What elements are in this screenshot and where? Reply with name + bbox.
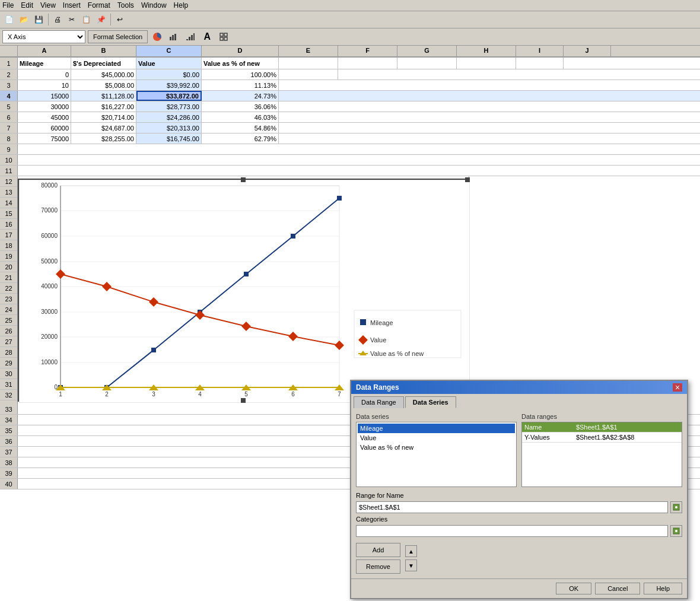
cell-a1[interactable]: Mileage [18,58,71,69]
cell-a7[interactable]: 60000 [18,123,71,133]
chart-icon-bar[interactable] [167,30,181,44]
col-header-g[interactable]: G [397,46,457,56]
cell-b2[interactable]: $45,000.00 [71,69,136,80]
cell-c4[interactable]: $33,872.00 [136,91,202,101]
col-header-b[interactable]: B [71,46,136,56]
cell-c2[interactable]: $0.00 [136,69,202,80]
cell-c7[interactable]: $20,313.00 [136,123,202,133]
menu-edit[interactable]: Edit [21,1,33,9]
open-btn[interactable]: 📂 [17,13,31,26]
cell-b4[interactable]: $11,128.00 [71,91,136,101]
cell-c3[interactable]: $39,992.00 [136,80,202,90]
col-header-i[interactable]: I [516,46,564,56]
cell-d3[interactable]: 11.13% [202,80,279,90]
cell-d2[interactable]: 100.00% [202,69,279,80]
chart-icon-grid[interactable] [217,30,231,44]
arrow-up-btn[interactable]: ▲ [405,545,417,557]
resize-handle-bottom[interactable] [241,398,246,403]
cell-b6[interactable]: $20,714.00 [71,112,136,122]
col-header-d[interactable]: D [202,46,279,56]
cell-f1[interactable] [338,58,397,69]
format-selection-btn[interactable]: Format Selection [88,30,148,43]
cell-d4[interactable]: 24.73% [202,91,279,101]
cell-d8[interactable]: 62.79% [202,133,279,144]
cell-c6[interactable]: $24,286.00 [136,112,202,122]
range-row-name-selected[interactable]: Name $Sheet1.$A$1 [522,422,682,433]
undo-btn[interactable]: ↩ [113,13,126,26]
cell-b1[interactable]: $'s Depreciated [71,58,136,69]
cell-a4[interactable]: 15000 [18,91,71,101]
cell-b8[interactable]: $28,255.00 [71,133,136,144]
new-btn[interactable]: 📄 [2,13,16,26]
range-name-picker-btn[interactable] [670,501,682,513]
chart-icon-text[interactable]: A [200,30,214,44]
cell-a8[interactable]: 75000 [18,133,71,144]
cut-btn[interactable]: ✂ [65,13,78,26]
resize-handle-top[interactable] [241,177,246,182]
menu-tools[interactable]: Tools [117,1,134,9]
cell-d6[interactable]: 46.03% [202,112,279,122]
help-btn[interactable]: Help [644,583,682,594]
col-header-a[interactable]: A [18,46,71,56]
menu-window[interactable]: Window [141,1,167,9]
menu-view[interactable]: View [40,1,56,9]
col-header-j[interactable]: J [564,46,611,56]
categories-picker-btn[interactable] [670,525,682,537]
menu-insert[interactable]: Insert [63,1,81,9]
print-btn[interactable]: 🖨 [51,13,64,26]
col-header-h[interactable]: H [457,46,516,56]
cell-row9[interactable] [18,144,700,154]
cell-g1[interactable] [397,58,457,69]
cell-d7[interactable]: 54.86% [202,123,279,133]
ok-btn[interactable]: OK [556,583,591,594]
menu-format[interactable]: Format [88,1,110,9]
col-header-e[interactable]: E [279,46,338,56]
categories-input[interactable] [356,525,668,537]
series-item-mileage[interactable]: Mileage [358,424,515,433]
series-item-value[interactable]: Value [358,433,515,443]
series-list[interactable]: Mileage Value Value as % of new [356,422,517,487]
cell-j1[interactable] [564,58,611,69]
cell-d5[interactable]: 36.06% [202,101,279,112]
data-ranges-dialog[interactable]: Data Ranges × Data Range Data Series Dat… [350,380,688,599]
dialog-close-btn[interactable]: × [673,383,682,392]
copy-btn[interactable]: 📋 [79,13,93,26]
col-header-c[interactable]: C [136,46,202,56]
cell-i1[interactable] [516,58,564,69]
menu-file[interactable]: File [2,1,14,9]
cell-a2[interactable]: 0 [18,69,71,80]
remove-btn[interactable]: Remove [356,559,400,574]
cell-a6[interactable]: 45000 [18,112,71,122]
cell-c8[interactable]: $16,745.00 [136,133,202,144]
cancel-btn[interactable]: Cancel [595,583,640,594]
chart-icon-pie[interactable] [150,30,164,44]
add-btn[interactable]: Add [356,543,400,557]
cell-b7[interactable]: $24,687.00 [71,123,136,133]
cell-e1[interactable] [279,58,338,69]
tab-data-range[interactable]: Data Range [354,396,404,408]
chart-icon-line[interactable] [183,30,198,44]
resize-handle-tr[interactable] [465,177,470,182]
cell-row10[interactable] [18,155,700,165]
cell-e2[interactable] [279,69,338,80]
cell-b5[interactable]: $16,227.00 [71,101,136,112]
chart-embed[interactable]: 80000 70000 60000 50000 40000 30000 2000… [18,179,469,402]
range-for-name-input[interactable] [356,501,668,513]
col-header-f[interactable]: F [338,46,397,56]
series-item-pct[interactable]: Value as % of new [358,443,515,452]
paste-btn[interactable]: 📌 [94,13,108,26]
cell-row11[interactable] [18,166,700,176]
cell-h1[interactable] [457,58,516,69]
range-row-yvalues[interactable]: Y-Values $Sheet1.$A$2:$A$8 [522,433,682,443]
tab-data-series[interactable]: Data Series [405,396,456,408]
cell-d1[interactable]: Value as % of new [202,58,279,69]
cell-c1[interactable]: Value [136,58,202,69]
arrow-down-btn[interactable]: ▼ [405,559,417,571]
cell-a3[interactable]: 10 [18,80,71,90]
cell-a5[interactable]: 30000 [18,101,71,112]
menu-help[interactable]: Help [174,1,189,9]
chart-select[interactable]: X Axis [2,30,85,43]
save-btn[interactable]: 💾 [32,13,46,26]
cell-b3[interactable]: $5,008.00 [71,80,136,90]
cell-c5[interactable]: $28,773.00 [136,101,202,112]
